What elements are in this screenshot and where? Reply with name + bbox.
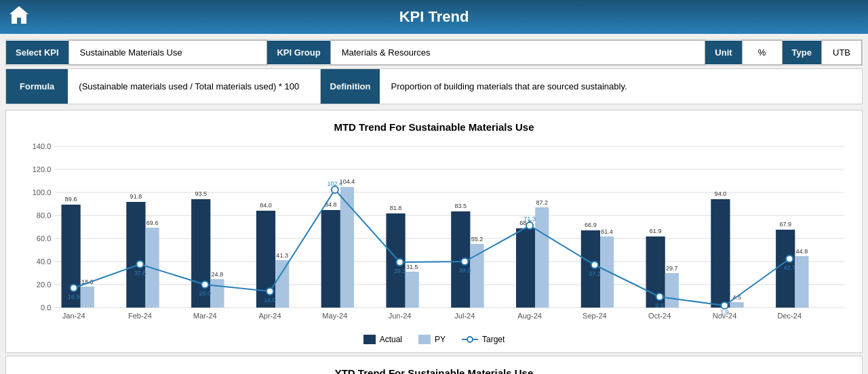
- definition-label: Definition: [321, 69, 380, 104]
- svg-text:May-24: May-24: [322, 312, 347, 320]
- svg-text:60.0: 60.0: [37, 234, 52, 243]
- svg-text:100.0: 100.0: [33, 188, 52, 196]
- svg-text:39.8: 39.8: [459, 267, 471, 274]
- legend-actual-icon: [363, 335, 376, 344]
- svg-text:71.3: 71.3: [524, 215, 536, 222]
- target-dot-jun: [397, 259, 403, 266]
- type-value[interactable]: UTB: [821, 40, 862, 65]
- target-dot-aug: [526, 222, 533, 229]
- legend-target-icon: [462, 335, 478, 344]
- ytd-chart-container: YTD Trend For Sustainable Materials Use …: [5, 356, 863, 374]
- bar-py-mar: [210, 279, 224, 308]
- bar-py-dec: [795, 256, 808, 308]
- svg-text:Oct-24: Oct-24: [648, 312, 671, 320]
- bar-actual-jan: [62, 205, 81, 308]
- target-dot-feb: [136, 261, 143, 268]
- svg-text:42.7: 42.7: [783, 264, 795, 271]
- bar-py-may: [340, 187, 354, 308]
- legend-actual: Actual: [363, 335, 402, 344]
- svg-text:9.5: 9.5: [655, 302, 664, 309]
- svg-text:37.2: 37.2: [589, 270, 601, 277]
- svg-text:Jan-24: Jan-24: [62, 312, 85, 320]
- svg-text:1.9: 1.9: [720, 309, 729, 316]
- svg-text:83.5: 83.5: [455, 203, 467, 209]
- bar-actual-may: [321, 210, 340, 308]
- svg-text:Aug-24: Aug-24: [517, 312, 542, 320]
- bar-py-oct: [665, 273, 679, 308]
- svg-text:120.0: 120.0: [33, 165, 52, 173]
- target-dot-mar: [201, 281, 208, 288]
- svg-text:0.0: 0.0: [41, 304, 51, 312]
- unit-value[interactable]: %: [742, 40, 783, 65]
- formula-row: Formula (Sustainable materials used / To…: [5, 68, 863, 104]
- svg-text:61.9: 61.9: [650, 228, 662, 234]
- svg-text:80.0: 80.0: [37, 211, 52, 220]
- mtd-chart-svg: 140.0 120.0 100.0 80.0 60.0 40.0 20.0 0.…: [17, 140, 851, 329]
- svg-text:81.8: 81.8: [390, 205, 402, 211]
- svg-text:41.3: 41.3: [276, 252, 288, 259]
- bar-py-sep: [600, 236, 614, 308]
- bar-py-nov: [730, 302, 744, 308]
- svg-text:37.6: 37.6: [134, 270, 146, 276]
- select-kpi-label: Select KPI: [6, 41, 68, 64]
- svg-text:Dec-24: Dec-24: [777, 312, 802, 320]
- svg-text:89.6: 89.6: [65, 196, 77, 203]
- svg-text:14.0: 14.0: [264, 297, 276, 304]
- kpi-group-value[interactable]: Materials & Resources: [330, 40, 706, 65]
- bar-py-aug: [535, 207, 549, 308]
- bar-actual-nov: [711, 199, 730, 308]
- bar-py-apr: [275, 260, 289, 308]
- legend-py: PY: [418, 335, 446, 344]
- svg-text:84.0: 84.0: [260, 202, 272, 209]
- legend-target-label: Target: [482, 335, 505, 344]
- formula-value: (Sustainable materials used / Total mate…: [68, 69, 320, 104]
- svg-text:39.3: 39.3: [394, 268, 406, 274]
- type-label: Type: [783, 41, 821, 64]
- target-dot-jan: [71, 285, 77, 291]
- unit-label: Unit: [705, 41, 741, 64]
- svg-text:Feb-24: Feb-24: [128, 312, 152, 320]
- home-icon[interactable]: [8, 4, 30, 30]
- svg-text:Mar-24: Mar-24: [193, 312, 217, 320]
- svg-text:Sep-24: Sep-24: [583, 312, 607, 320]
- select-kpi-value[interactable]: Sustainable Materials Use: [68, 40, 268, 65]
- target-dot-dec: [786, 255, 793, 262]
- bar-py-jan: [81, 287, 94, 308]
- mtd-chart-container: MTD Trend For Sustainable Materials Use …: [5, 110, 863, 353]
- bar-actual-sep: [581, 230, 600, 308]
- legend-py-label: PY: [435, 335, 446, 344]
- svg-text:66.9: 66.9: [585, 222, 597, 228]
- legend-target: Target: [462, 335, 505, 344]
- svg-text:31.5: 31.5: [406, 264, 418, 270]
- svg-text:44.8: 44.8: [796, 248, 808, 255]
- target-dot-nov: [721, 302, 728, 309]
- svg-text:16.9: 16.9: [68, 293, 80, 300]
- svg-point-65: [467, 337, 473, 342]
- kpi-row: Select KPI Sustainable Materials Use KPI…: [5, 39, 863, 66]
- svg-text:69.6: 69.6: [146, 220, 159, 226]
- page-title: KPI Trend: [8, 8, 860, 26]
- svg-text:Apr-24: Apr-24: [258, 312, 281, 320]
- svg-text:67.9: 67.9: [779, 221, 791, 228]
- svg-text:61.4: 61.4: [601, 228, 613, 235]
- chart-legend: Actual PY Target: [17, 335, 851, 344]
- svg-text:20.0: 20.0: [37, 280, 52, 289]
- svg-text:24.8: 24.8: [212, 271, 224, 278]
- svg-text:Jul-24: Jul-24: [454, 312, 475, 320]
- target-dot-apr: [267, 288, 273, 295]
- target-dot-jul: [461, 258, 468, 265]
- legend-py-icon: [418, 335, 431, 344]
- formula-label: Formula: [6, 69, 68, 104]
- svg-text:87.2: 87.2: [536, 199, 548, 206]
- svg-text:94.0: 94.0: [715, 190, 727, 197]
- kpi-group-label: KPI Group: [267, 41, 330, 64]
- bar-actual-aug: [516, 228, 535, 308]
- bar-py-jul: [470, 244, 484, 308]
- svg-text:102.4: 102.4: [327, 180, 342, 187]
- target-dot-sep: [591, 262, 598, 268]
- legend-actual-label: Actual: [380, 335, 402, 344]
- mtd-chart-title: MTD Trend For Sustainable Materials Use: [17, 121, 851, 133]
- ytd-chart-title: YTD Trend For Sustainable Materials Use: [17, 367, 851, 374]
- definition-value: Proportion of building materials that ar…: [380, 69, 862, 104]
- svg-text:Jun-24: Jun-24: [389, 312, 412, 320]
